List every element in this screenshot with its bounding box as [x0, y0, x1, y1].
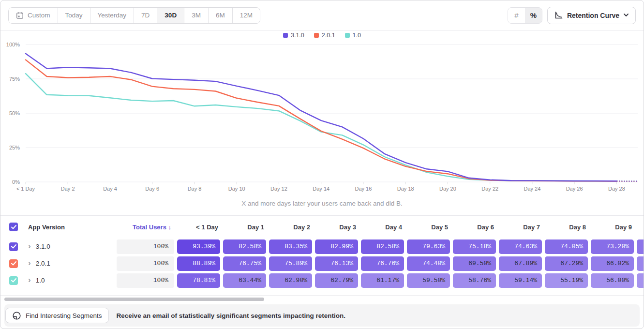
- retention-line-chart[interactable]: 0%25%50%75%100%< 1 DayDay 2Day 4Day 6Day…: [0, 30, 644, 215]
- column-header-day-9[interactable]: Day 9: [591, 224, 637, 231]
- retention-cell-wrap: 74.63%: [499, 239, 545, 254]
- retention-cell-day-6[interactable]: 58.76%: [453, 273, 496, 288]
- number-format-button[interactable]: #: [508, 8, 525, 23]
- version-cell: ›1.0: [28, 276, 117, 284]
- retention-cell-day-0[interactable]: 88.89%: [177, 256, 220, 271]
- retention-cell-day-1[interactable]: 63.44%: [223, 273, 266, 288]
- retention-cell-day-2[interactable]: 75.89%: [269, 256, 312, 271]
- expand-chevron-icon[interactable]: ›: [28, 259, 31, 267]
- legend-item-3.1.0[interactable]: 3.1.0: [283, 32, 304, 39]
- date-range-label: 7D: [141, 12, 150, 19]
- retention-cell-wrap: 69.50%: [453, 256, 499, 271]
- expand-chevron-icon[interactable]: ›: [28, 242, 31, 250]
- date-range-label: 3M: [192, 12, 201, 19]
- column-header-day-3[interactable]: Day 3: [315, 224, 361, 231]
- retention-cell-day-10-partial[interactable]: [637, 239, 644, 254]
- retention-cell-day-9[interactable]: 73.20%: [591, 239, 634, 254]
- retention-cell-day-8[interactable]: 55.19%: [545, 273, 588, 288]
- retention-cell-day-8[interactable]: 67.29%: [545, 256, 588, 271]
- retention-cell-day-0[interactable]: 78.81%: [177, 273, 220, 288]
- legend-label: 3.1.0: [291, 32, 304, 39]
- date-range-label: 12M: [240, 12, 253, 19]
- find-interesting-segments-button[interactable]: Find Interesting Segments: [5, 308, 109, 323]
- date-range-label: 30D: [165, 12, 177, 19]
- retention-cell-day-10-partial[interactable]: [637, 273, 644, 288]
- column-header-day-2[interactable]: Day 2: [269, 224, 315, 231]
- scrollbar-thumb[interactable]: [4, 298, 264, 301]
- retention-cell-day-4[interactable]: 76.76%: [361, 256, 404, 271]
- retention-cell-day-10-partial[interactable]: [637, 256, 644, 271]
- retention-cell-day-1[interactable]: 76.75%: [223, 256, 266, 271]
- date-range-yesterday[interactable]: Yesterday: [90, 8, 135, 23]
- svg-text:0%: 0%: [12, 179, 20, 185]
- date-range-today[interactable]: Today: [58, 8, 90, 23]
- retention-cell-day-3[interactable]: 62.79%: [315, 273, 358, 288]
- horizontal-scrollbar: [0, 296, 644, 303]
- chart-type-dropdown[interactable]: Retention Curve: [547, 7, 636, 24]
- retention-cell-day-0[interactable]: 93.39%: [177, 239, 220, 254]
- expand-chevron-icon[interactable]: ›: [28, 276, 31, 284]
- date-range-7d[interactable]: 7D: [134, 8, 157, 23]
- chart-caption: X and more days later your users came ba…: [0, 200, 644, 207]
- select-all-checkbox[interactable]: [9, 223, 18, 231]
- retention-cell-day-9[interactable]: 66.02%: [591, 256, 634, 271]
- retention-cell-day-6[interactable]: 69.50%: [453, 256, 496, 271]
- retention-cell-day-5[interactable]: 59.50%: [407, 273, 450, 288]
- retention-cell-wrap: 76.13%: [315, 256, 361, 271]
- row-checkbox[interactable]: [9, 276, 18, 285]
- table-header-row: App VersionTotal Users ↓< 1 DayDay 1Day …: [0, 216, 644, 238]
- legend-item-1.0[interactable]: 1.0: [345, 32, 361, 39]
- column-header-day-5[interactable]: Day 5: [407, 224, 453, 231]
- svg-text:Day 12: Day 12: [270, 186, 287, 192]
- column-header-day-0[interactable]: < 1 Day: [177, 224, 223, 231]
- svg-text:< 1 Day: < 1 Day: [16, 186, 35, 192]
- date-range-12m[interactable]: 12M: [233, 8, 260, 23]
- retention-cell-day-9[interactable]: 56.00%: [591, 273, 634, 288]
- retention-cell-day-5[interactable]: 79.63%: [407, 239, 450, 254]
- column-header-total-users[interactable]: Total Users ↓: [117, 224, 177, 231]
- date-range-custom[interactable]: Custom: [9, 8, 58, 23]
- footer-note: Receive an email of statistically signif…: [117, 312, 345, 319]
- column-header-day-6[interactable]: Day 6: [453, 224, 499, 231]
- retention-chart: 3.1.02.0.11.0 0%25%50%75%100%< 1 DayDay …: [0, 30, 644, 215]
- retention-cell-day-2[interactable]: 62.90%: [269, 273, 312, 288]
- date-range-30d[interactable]: 30D: [157, 8, 184, 23]
- total-users-value: 100%: [117, 239, 174, 254]
- date-range-3m[interactable]: 3M: [184, 8, 209, 23]
- retention-cell-day-3[interactable]: 76.13%: [315, 256, 358, 271]
- retention-cell-day-1[interactable]: 82.58%: [223, 239, 266, 254]
- column-header-day-7[interactable]: Day 7: [499, 224, 545, 231]
- retention-cell-day-4[interactable]: 82.58%: [361, 239, 404, 254]
- legend-swatch: [314, 33, 319, 38]
- legend-item-2.0.1[interactable]: 2.0.1: [314, 32, 335, 39]
- row-select-cell: [0, 242, 28, 251]
- row-checkbox[interactable]: [9, 242, 18, 251]
- version-label: 3.1.0: [36, 243, 50, 250]
- date-range-label: Today: [65, 12, 83, 19]
- footer-bar: Find Interesting Segments Receive an ema…: [4, 304, 640, 327]
- column-header-day-1[interactable]: Day 1: [223, 224, 269, 231]
- column-header-day-4[interactable]: Day 4: [361, 224, 407, 231]
- retention-cell-wrap: 88.89%: [177, 256, 223, 271]
- retention-cell-day-4[interactable]: 61.17%: [361, 273, 404, 288]
- table-row-1.0: ›1.0100%78.81%63.44%62.90%62.79%61.17%59…: [0, 272, 644, 289]
- retention-cell-day-2[interactable]: 83.35%: [269, 239, 312, 254]
- column-header-app-version: App Version: [28, 224, 117, 231]
- toolbar: CustomTodayYesterday7D30D3M6M12M # % Ret…: [0, 0, 644, 30]
- retention-cell-wrap: 76.75%: [223, 256, 269, 271]
- version-label: 1.0: [36, 277, 45, 284]
- retention-cell-day-3[interactable]: 82.99%: [315, 239, 358, 254]
- retention-cell-day-7[interactable]: 59.14%: [499, 273, 542, 288]
- percent-format-button[interactable]: %: [525, 8, 542, 23]
- version-cell: ›3.1.0: [28, 242, 117, 251]
- retention-cell-day-7[interactable]: 67.89%: [499, 256, 542, 271]
- retention-cell-wrap: 93.39%: [177, 239, 223, 254]
- retention-cell-day-8[interactable]: 74.05%: [545, 239, 588, 254]
- retention-cell-day-7[interactable]: 74.63%: [499, 239, 542, 254]
- column-header-day-8[interactable]: Day 8: [545, 224, 591, 231]
- retention-cell-day-6[interactable]: 75.18%: [453, 239, 496, 254]
- retention-cell-wrap: 83.35%: [269, 239, 315, 254]
- retention-cell-day-5[interactable]: 74.40%: [407, 256, 450, 271]
- row-checkbox[interactable]: [9, 259, 18, 268]
- date-range-6m[interactable]: 6M: [209, 8, 233, 23]
